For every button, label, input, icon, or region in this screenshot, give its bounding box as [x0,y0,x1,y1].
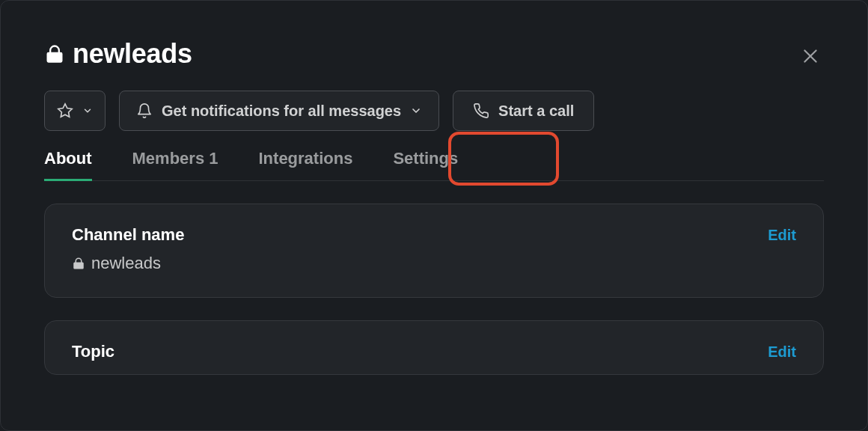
chevron-down-icon [410,105,422,117]
tab-integrations[interactable]: Integrations [259,149,353,180]
phone-icon [473,103,489,119]
channel-name-title: Channel name [72,225,796,245]
tabs: About Members 1 Integrations Settings [44,149,824,181]
star-button[interactable] [44,91,106,131]
modal-header: newleads Get notifications for all messa [1,1,867,181]
star-icon [57,103,73,119]
lock-icon [44,43,65,65]
notifications-label: Get notifications for all messages [162,103,401,120]
close-icon [801,46,820,66]
close-button[interactable] [797,43,824,70]
bell-icon [136,103,153,119]
topic-card[interactable]: Topic Edit [44,320,824,375]
tab-members[interactable]: Members 1 [132,149,218,180]
notifications-button[interactable]: Get notifications for all messages [119,91,439,131]
edit-channel-name-link[interactable]: Edit [768,227,796,244]
channel-name-value: newleads [72,254,796,273]
title-row: newleads [44,38,824,70]
channel-name-card[interactable]: Channel name newleads Edit [44,204,824,298]
call-label: Start a call [498,103,574,120]
settings-highlight [448,132,559,186]
start-call-button[interactable]: Start a call [453,91,594,131]
channel-details-modal: newleads Get notifications for all messa [0,0,868,431]
channel-title: newleads [73,38,192,70]
edit-topic-link[interactable]: Edit [768,343,796,361]
chevron-down-icon [82,106,93,116]
lock-icon [72,256,85,271]
svg-marker-2 [58,104,72,117]
tab-about[interactable]: About [44,149,92,180]
topic-title: Topic [72,342,796,361]
tab-settings[interactable]: Settings [393,149,458,180]
action-row: Get notifications for all messages Start… [44,91,824,131]
content-area: Channel name newleads Edit Topic Edit [1,181,867,375]
